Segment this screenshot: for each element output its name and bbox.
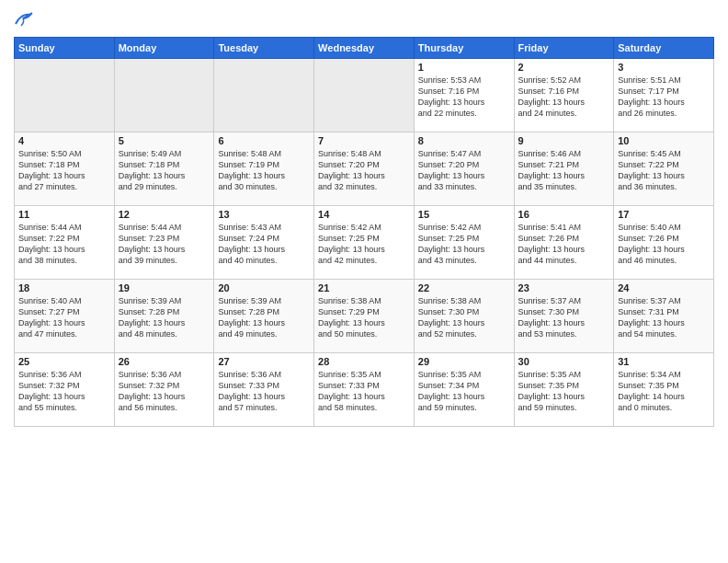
day-info: Sunrise: 5:45 AM Sunset: 7:22 PM Dayligh…	[618, 148, 710, 193]
calendar-week-row: 25Sunrise: 5:36 AM Sunset: 7:32 PM Dayli…	[15, 352, 714, 426]
calendar-cell: 24Sunrise: 5:37 AM Sunset: 7:31 PM Dayli…	[614, 279, 714, 352]
calendar-cell: 25Sunrise: 5:36 AM Sunset: 7:32 PM Dayli…	[15, 352, 115, 426]
calendar-week-row: 18Sunrise: 5:40 AM Sunset: 7:27 PM Dayli…	[15, 279, 714, 352]
calendar-cell	[114, 58, 214, 132]
day-number: 9	[518, 135, 610, 146]
day-number: 8	[418, 135, 510, 146]
day-info: Sunrise: 5:36 AM Sunset: 7:33 PM Dayligh…	[218, 369, 310, 414]
calendar-cell: 3Sunrise: 5:51 AM Sunset: 7:17 PM Daylig…	[614, 58, 714, 132]
day-number: 22	[418, 282, 510, 293]
day-info: Sunrise: 5:35 AM Sunset: 7:33 PM Dayligh…	[318, 369, 410, 414]
calendar-cell: 31Sunrise: 5:34 AM Sunset: 7:35 PM Dayli…	[614, 352, 714, 426]
day-number: 7	[318, 135, 410, 146]
day-info: Sunrise: 5:36 AM Sunset: 7:32 PM Dayligh…	[119, 369, 210, 414]
day-number: 16	[518, 209, 610, 220]
day-number: 15	[418, 209, 510, 220]
day-number: 24	[618, 282, 710, 293]
calendar-cell	[314, 58, 415, 132]
day-info: Sunrise: 5:39 AM Sunset: 7:28 PM Dayligh…	[119, 295, 210, 340]
day-number: 27	[218, 356, 310, 367]
calendar-cell: 11Sunrise: 5:44 AM Sunset: 7:22 PM Dayli…	[15, 205, 115, 279]
logo	[14, 9, 34, 29]
day-number: 10	[618, 135, 710, 146]
calendar-cell: 19Sunrise: 5:39 AM Sunset: 7:28 PM Dayli…	[114, 279, 214, 352]
calendar-cell: 27Sunrise: 5:36 AM Sunset: 7:33 PM Dayli…	[214, 352, 314, 426]
day-number: 12	[119, 209, 210, 220]
calendar-cell: 15Sunrise: 5:42 AM Sunset: 7:25 PM Dayli…	[414, 205, 514, 279]
day-info: Sunrise: 5:46 AM Sunset: 7:21 PM Dayligh…	[518, 148, 610, 193]
weekday-header-tuesday: Tuesday	[214, 37, 314, 58]
calendar-week-row: 11Sunrise: 5:44 AM Sunset: 7:22 PM Dayli…	[15, 205, 714, 279]
day-number: 1	[418, 62, 510, 73]
calendar-cell: 10Sunrise: 5:45 AM Sunset: 7:22 PM Dayli…	[614, 132, 714, 205]
day-number: 11	[18, 209, 110, 220]
day-number: 2	[518, 62, 610, 73]
day-number: 30	[518, 356, 610, 367]
weekday-header-wednesday: Wednesday	[314, 37, 415, 58]
day-number: 18	[18, 282, 110, 293]
day-info: Sunrise: 5:37 AM Sunset: 7:30 PM Dayligh…	[518, 295, 610, 340]
calendar-cell: 17Sunrise: 5:40 AM Sunset: 7:26 PM Dayli…	[614, 205, 714, 279]
day-number: 6	[218, 135, 310, 146]
weekday-header-monday: Monday	[114, 37, 214, 58]
day-info: Sunrise: 5:36 AM Sunset: 7:32 PM Dayligh…	[18, 369, 110, 414]
calendar-week-row: 4Sunrise: 5:50 AM Sunset: 7:18 PM Daylig…	[15, 132, 714, 205]
day-number: 28	[318, 356, 410, 367]
calendar-cell: 12Sunrise: 5:44 AM Sunset: 7:23 PM Dayli…	[114, 205, 214, 279]
calendar-cell: 6Sunrise: 5:48 AM Sunset: 7:19 PM Daylig…	[214, 132, 314, 205]
day-info: Sunrise: 5:52 AM Sunset: 7:16 PM Dayligh…	[518, 75, 610, 120]
calendar-table: SundayMondayTuesdayWednesdayThursdayFrid…	[14, 37, 714, 427]
calendar-cell: 29Sunrise: 5:35 AM Sunset: 7:34 PM Dayli…	[414, 352, 514, 426]
calendar-cell: 23Sunrise: 5:37 AM Sunset: 7:30 PM Dayli…	[514, 279, 614, 352]
calendar-cell: 21Sunrise: 5:38 AM Sunset: 7:29 PM Dayli…	[314, 279, 415, 352]
weekday-header-saturday: Saturday	[614, 37, 714, 58]
header	[14, 9, 714, 29]
day-number: 20	[218, 282, 310, 293]
calendar-cell: 16Sunrise: 5:41 AM Sunset: 7:26 PM Dayli…	[514, 205, 614, 279]
calendar-cell: 26Sunrise: 5:36 AM Sunset: 7:32 PM Dayli…	[114, 352, 214, 426]
day-info: Sunrise: 5:49 AM Sunset: 7:18 PM Dayligh…	[119, 148, 210, 193]
day-info: Sunrise: 5:35 AM Sunset: 7:34 PM Dayligh…	[418, 369, 510, 414]
calendar-cell	[15, 58, 115, 132]
calendar-cell: 9Sunrise: 5:46 AM Sunset: 7:21 PM Daylig…	[514, 132, 614, 205]
calendar-cell: 30Sunrise: 5:35 AM Sunset: 7:35 PM Dayli…	[514, 352, 614, 426]
day-info: Sunrise: 5:35 AM Sunset: 7:35 PM Dayligh…	[518, 369, 610, 414]
calendar-cell: 20Sunrise: 5:39 AM Sunset: 7:28 PM Dayli…	[214, 279, 314, 352]
day-info: Sunrise: 5:47 AM Sunset: 7:20 PM Dayligh…	[418, 148, 510, 193]
day-number: 21	[318, 282, 410, 293]
day-info: Sunrise: 5:42 AM Sunset: 7:25 PM Dayligh…	[418, 222, 510, 267]
calendar-cell: 28Sunrise: 5:35 AM Sunset: 7:33 PM Dayli…	[314, 352, 415, 426]
day-info: Sunrise: 5:42 AM Sunset: 7:25 PM Dayligh…	[318, 222, 410, 267]
logo-text	[14, 9, 34, 29]
day-info: Sunrise: 5:38 AM Sunset: 7:29 PM Dayligh…	[318, 295, 410, 340]
day-info: Sunrise: 5:43 AM Sunset: 7:24 PM Dayligh…	[218, 222, 310, 267]
calendar-cell: 8Sunrise: 5:47 AM Sunset: 7:20 PM Daylig…	[414, 132, 514, 205]
weekday-header-row: SundayMondayTuesdayWednesdayThursdayFrid…	[15, 37, 714, 58]
calendar-week-row: 1Sunrise: 5:53 AM Sunset: 7:16 PM Daylig…	[15, 58, 714, 132]
day-number: 26	[119, 356, 210, 367]
day-info: Sunrise: 5:41 AM Sunset: 7:26 PM Dayligh…	[518, 222, 610, 267]
logo-bird-icon	[14, 11, 34, 28]
day-number: 14	[318, 209, 410, 220]
day-info: Sunrise: 5:48 AM Sunset: 7:20 PM Dayligh…	[318, 148, 410, 193]
day-info: Sunrise: 5:38 AM Sunset: 7:30 PM Dayligh…	[418, 295, 510, 340]
day-number: 17	[618, 209, 710, 220]
day-info: Sunrise: 5:34 AM Sunset: 7:35 PM Dayligh…	[618, 369, 710, 414]
day-info: Sunrise: 5:39 AM Sunset: 7:28 PM Dayligh…	[218, 295, 310, 340]
calendar-page: SundayMondayTuesdayWednesdayThursdayFrid…	[0, 0, 728, 563]
weekday-header-friday: Friday	[514, 37, 614, 58]
calendar-cell: 5Sunrise: 5:49 AM Sunset: 7:18 PM Daylig…	[114, 132, 214, 205]
day-info: Sunrise: 5:51 AM Sunset: 7:17 PM Dayligh…	[618, 75, 710, 120]
day-number: 29	[418, 356, 510, 367]
day-number: 25	[18, 356, 110, 367]
calendar-cell: 2Sunrise: 5:52 AM Sunset: 7:16 PM Daylig…	[514, 58, 614, 132]
calendar-cell: 13Sunrise: 5:43 AM Sunset: 7:24 PM Dayli…	[214, 205, 314, 279]
calendar-cell	[214, 58, 314, 132]
calendar-cell: 7Sunrise: 5:48 AM Sunset: 7:20 PM Daylig…	[314, 132, 415, 205]
weekday-header-thursday: Thursday	[414, 37, 514, 58]
day-info: Sunrise: 5:53 AM Sunset: 7:16 PM Dayligh…	[418, 75, 510, 120]
day-number: 5	[119, 135, 210, 146]
day-number: 3	[618, 62, 710, 73]
calendar-cell: 1Sunrise: 5:53 AM Sunset: 7:16 PM Daylig…	[414, 58, 514, 132]
day-info: Sunrise: 5:40 AM Sunset: 7:27 PM Dayligh…	[18, 295, 110, 340]
